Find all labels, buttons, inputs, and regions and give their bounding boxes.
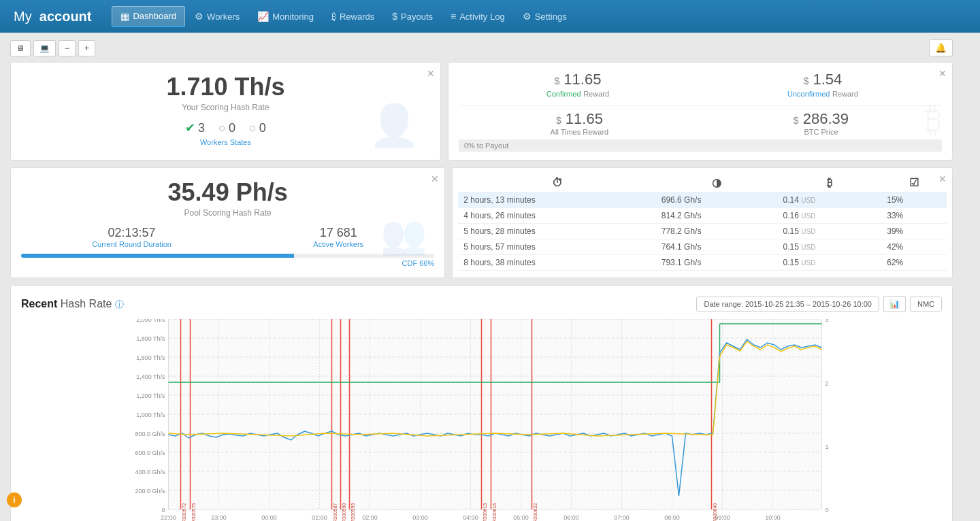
toolbar: 🖥 💻 − + 🔔 bbox=[10, 39, 953, 56]
chart-title: Recent Hash Rate bbox=[21, 298, 115, 309]
round-duration: 02:13:57 Current Round Duration bbox=[92, 226, 172, 248]
reward-grid: $ 11.65 Confirmed Reward $ 1.54 Unconfir… bbox=[459, 71, 942, 99]
svg-text:800.0 Gh/s: 800.0 Gh/s bbox=[135, 431, 165, 437]
date-range-button[interactable]: Date range: 2015-10-25 21:35 – 2015-10-2… bbox=[696, 297, 879, 312]
cdf-bar bbox=[21, 254, 434, 258]
svg-text:00:00: 00:00 bbox=[261, 514, 277, 521]
minus-button[interactable]: − bbox=[59, 40, 76, 56]
check-circle-icon: ✔ bbox=[185, 120, 195, 135]
dashboard-icon: ▦ bbox=[120, 11, 129, 22]
btc-watermark-icon: ₿ bbox=[925, 100, 942, 139]
pool-stats: 02:13:57 Current Round Duration 17 681 A… bbox=[21, 226, 434, 248]
unconfirmed-reward: $ 1.54 Unconfirmed Reward bbox=[704, 71, 942, 99]
round-duration-value: 02:13:57 bbox=[92, 226, 172, 240]
confirmed-reward: $ 11.65 Confirmed Reward bbox=[459, 71, 697, 99]
info-badge[interactable]: i bbox=[7, 492, 22, 507]
nmc-button[interactable]: NMC bbox=[910, 297, 942, 312]
cell-pct: 39% bbox=[881, 224, 947, 239]
svg-text:0: 0 bbox=[161, 507, 165, 514]
nav-rewards[interactable]: ₿ Rewards bbox=[323, 6, 382, 27]
svg-text:3: 3 bbox=[826, 319, 829, 323]
cell-pct: 42% bbox=[881, 239, 947, 255]
svg-text:05:00: 05:00 bbox=[513, 514, 529, 521]
main-content: 🖥 💻 − + 🔔 ✕ 1.710 Th/s Your Scoring Hash… bbox=[0, 33, 966, 521]
worker-inactive1-count: 0 bbox=[229, 121, 235, 135]
reward-widget: ✕ $ 11.65 Confirmed Reward $ 1.54 bbox=[448, 62, 953, 161]
btc-price-item: $ 286.39 BTC Price bbox=[700, 110, 942, 136]
monitor-button[interactable]: 🖥 bbox=[10, 40, 31, 56]
cell-time: 5 hours, 57 minutes bbox=[458, 239, 655, 255]
cell-hashrate: 814.2 Gh/s bbox=[656, 208, 778, 224]
cell-hashrate: 793.1 Gh/s bbox=[656, 255, 778, 271]
table-header-row: ⏱ ◑ ₿ ☑ bbox=[458, 173, 947, 192]
svg-text:02:00: 02:00 bbox=[362, 514, 378, 521]
svg-text:R300622: R300622 bbox=[533, 503, 538, 521]
svg-text:07:00: 07:00 bbox=[614, 514, 630, 521]
reward-alltimes: $ 11.65 All Times Reward $ 286.39 BTC Pr… bbox=[459, 110, 942, 136]
cell-value: 0.14 USD bbox=[778, 192, 882, 208]
chart-type-button[interactable]: 📊 bbox=[883, 296, 906, 312]
cdf-label: CDF 66% bbox=[21, 259, 434, 267]
payout-text: 0% to Payout bbox=[464, 141, 508, 150]
svg-text:400.0 Gh/s: 400.0 Gh/s bbox=[135, 469, 165, 475]
svg-text:09:00: 09:00 bbox=[715, 514, 730, 521]
svg-text:R300613: R300613 bbox=[483, 503, 487, 521]
data-table: ⏱ ◑ ₿ ☑ 2 hours, 13 minutes 696.6 Gh/s 0… bbox=[458, 173, 947, 271]
svg-text:1,200 Th/s: 1,200 Th/s bbox=[136, 392, 165, 399]
workers-ghost-icon: 👥 bbox=[380, 213, 427, 257]
bell-button[interactable]: 🔔 bbox=[929, 39, 953, 56]
desktop-button[interactable]: 💻 bbox=[33, 40, 56, 56]
cell-pct: 15% bbox=[881, 192, 947, 208]
settings-icon: ⚙ bbox=[523, 11, 532, 22]
worker-inactive2: ○ 0 bbox=[249, 120, 266, 135]
nav-activity-log[interactable]: ≡ Activity Log bbox=[442, 6, 513, 27]
widget-row-1: ✕ 1.710 Th/s Your Scoring Hash Rate ✔ 3 … bbox=[10, 62, 953, 161]
svg-text:R300572: R300572 bbox=[182, 503, 186, 521]
cell-value: 0.15 USD bbox=[778, 255, 882, 271]
pool-close[interactable]: ✕ bbox=[431, 173, 439, 184]
svg-text:1,600 Th/s: 1,600 Th/s bbox=[136, 354, 165, 361]
table-row: 2 hours, 13 minutes 696.6 Gh/s 0.14 USD … bbox=[458, 192, 947, 208]
nav-payouts[interactable]: $ Payouts bbox=[384, 6, 441, 27]
cell-value: 0.15 USD bbox=[778, 239, 882, 255]
reward-close[interactable]: ✕ bbox=[938, 68, 947, 79]
nav-settings[interactable]: ⚙ Settings bbox=[514, 6, 575, 27]
active-workers-value: 17 681 bbox=[313, 226, 363, 240]
pool-hashrate-value: 35.49 Ph/s bbox=[21, 178, 434, 207]
svg-text:1,800 Th/s: 1,800 Th/s bbox=[136, 335, 165, 342]
svg-text:R300590: R300590 bbox=[342, 503, 346, 521]
chart-title-recent: Recent bbox=[21, 298, 57, 309]
nav-workers[interactable]: ⚙ Workers bbox=[186, 6, 248, 27]
cell-value: 0.16 USD bbox=[778, 208, 882, 224]
nav-monitoring[interactable]: 📈 Monitoring bbox=[249, 6, 322, 27]
active-workers: 17 681 Active Workers bbox=[313, 226, 363, 248]
nav-dashboard[interactable]: ▦ Dashboard bbox=[112, 6, 185, 27]
active-workers-label: Active Workers bbox=[313, 240, 363, 248]
alltimes-amount: $ 11.65 bbox=[459, 110, 700, 128]
svg-text:R300616: R300616 bbox=[492, 503, 497, 521]
page-title: My account bbox=[14, 9, 91, 24]
svg-text:06:00: 06:00 bbox=[564, 514, 579, 521]
cell-time: 4 hours, 26 minutes bbox=[458, 208, 655, 224]
activity-log-icon: ≡ bbox=[451, 11, 456, 22]
cell-hashrate: 764.1 Gh/s bbox=[656, 239, 778, 255]
cell-hashrate: 778.2 Gh/s bbox=[656, 224, 778, 239]
table-body: 2 hours, 13 minutes 696.6 Gh/s 0.14 USD … bbox=[458, 192, 947, 271]
chart-header: Recent Hash Rate ⓘ Date range: 2015-10-2… bbox=[21, 296, 942, 312]
svg-text:04:00: 04:00 bbox=[463, 514, 478, 521]
plus-button[interactable]: + bbox=[78, 40, 95, 56]
svg-text:2,000 Th/s: 2,000 Th/s bbox=[136, 319, 165, 323]
alltimes-item: $ 11.65 All Times Reward bbox=[459, 110, 700, 136]
worker-inactive2-count: 0 bbox=[259, 121, 266, 135]
chart-title-hashrate: Hash Rate bbox=[61, 298, 112, 309]
col-hashrate: ◑ bbox=[656, 173, 778, 192]
svg-text:1,400 Th/s: 1,400 Th/s bbox=[136, 373, 165, 380]
table-widget: ✕ ⏱ ◑ ₿ ☑ 2 hours, 13 minutes 696.6 Gh/s… bbox=[452, 167, 953, 278]
svg-text:1: 1 bbox=[826, 443, 829, 450]
svg-text:R300587: R300587 bbox=[333, 503, 338, 521]
table-close[interactable]: ✕ bbox=[938, 173, 947, 184]
chart-info-icon[interactable]: ⓘ bbox=[115, 299, 124, 309]
pool-widget: ✕ 35.49 Ph/s Pool Scoring Hash Rate 02:1… bbox=[10, 167, 445, 278]
hashrate-close[interactable]: ✕ bbox=[427, 68, 435, 79]
pool-hashrate-label: Pool Scoring Hash Rate bbox=[21, 208, 434, 218]
